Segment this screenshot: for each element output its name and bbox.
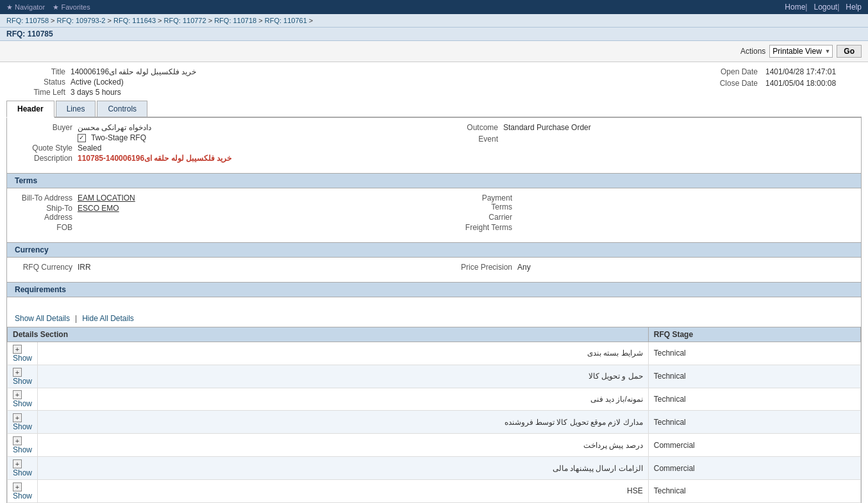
current-rfq-label: RFQ: 110785 — [6, 29, 53, 38]
outcome-value: Standard Purchase Order — [503, 123, 591, 132]
tab-header[interactable]: Header — [6, 101, 54, 118]
go-button[interactable]: Go — [837, 45, 862, 58]
currency-header: Currency — [7, 242, 861, 258]
rfq-left-info: Title خرید فلکسیبل لوله حلقه ای140006196… — [13, 67, 434, 98]
rfq-stage-header: RFQ Stage — [648, 327, 860, 342]
price-precision-value: Any — [517, 263, 531, 272]
price-precision-label: Price Precision — [460, 263, 517, 272]
details-description-3: مدارك لازم موقع تحویل كالا توسط فروشنده — [38, 411, 649, 434]
details-row: + Show نمونه/باز دید فنی Technical — [8, 388, 861, 411]
show-all-details-link[interactable]: Show All Details — [15, 314, 70, 323]
tabs: Header Lines Controls — [6, 101, 862, 118]
ship-to-value[interactable]: ESCO EMO — [78, 204, 119, 222]
details-stage-4: Commercial — [648, 434, 860, 457]
breadcrumb: RFQ: 110758 > RFQ: 109793-2 > RFQ: 11164… — [0, 14, 868, 28]
close-date-value: 1401/05/04 18:00:08 — [765, 79, 855, 88]
show-link-1[interactable]: Show — [13, 377, 32, 386]
details-row: + Show درصد پیش پرداخت Commercial — [8, 434, 861, 457]
details-table: Details Section RFQ Stage + Show شرایط ب… — [7, 327, 861, 503]
expand-icon-4[interactable]: + — [13, 436, 22, 445]
details-row: + Show شرایط بسته بندی Technical — [8, 342, 861, 365]
terms-header: Terms — [7, 173, 861, 188]
show-link-2[interactable]: Show — [13, 399, 32, 408]
printable-view-select[interactable]: Printable View — [769, 45, 833, 58]
printable-view-wrapper[interactable]: Printable View — [769, 45, 833, 58]
details-row: + Show HSE Technical — [8, 479, 861, 502]
outcome-label: Outcome — [460, 123, 498, 132]
details-row: + Show الزامات ارسال پیشنهاد مالی Commer… — [8, 457, 861, 480]
details-stage-5: Commercial — [648, 457, 860, 480]
hide-all-details-link[interactable]: Hide All Details — [82, 314, 134, 323]
freight-terms-label: Freight Terms — [460, 223, 517, 232]
breadcrumb-rfq-111643[interactable]: RFQ: 111643 — [113, 17, 156, 24]
bill-to-label: Bill-To Address — [20, 194, 78, 202]
breadcrumb-rfq-110718[interactable]: RFQ: 110718 — [214, 17, 256, 24]
status-label: Status — [13, 78, 71, 87]
expand-icon-6[interactable]: + — [13, 482, 22, 491]
open-date-value: 1401/04/28 17:47:01 — [765, 67, 855, 76]
details-stage-1: Technical — [648, 365, 860, 388]
expand-icon-3[interactable]: + — [13, 413, 22, 422]
details-row: + Show مدارك لازم موقع تحویل كالا توسط ف… — [8, 411, 861, 434]
tab-lines[interactable]: Lines — [56, 101, 96, 117]
buyer-label: Buyer — [20, 123, 78, 132]
terms-right: Payment Terms Carrier Freight Terms — [434, 194, 848, 233]
currency-grid: RFQ Currency IRR Price Precision Any — [7, 258, 861, 278]
expand-icon-2[interactable]: + — [13, 390, 22, 399]
logout-link[interactable]: Logout — [814, 3, 837, 12]
breadcrumb-rfq-110772[interactable]: RFQ: 110772 — [164, 17, 206, 24]
requirements-header: Requirements — [7, 282, 861, 297]
breadcrumb-rfq-109793-2[interactable]: RFQ: 109793-2 — [57, 17, 106, 24]
details-description-2: نمونه/باز دید فنی — [38, 388, 649, 411]
breadcrumb-rfq-110758[interactable]: RFQ: 110758 — [6, 17, 49, 24]
bill-to-value[interactable]: EAM LOCATION — [78, 194, 135, 202]
home-link[interactable]: Home — [785, 3, 805, 12]
details-row: + Show حمل و تحویل کالا Technical — [8, 365, 861, 388]
status-value: Active (Locked) — [71, 78, 124, 87]
details-description-5: الزامات ارسال پیشنهاد مالی — [38, 457, 649, 480]
details-section-header: Details Section — [8, 327, 649, 342]
terms-grid: Bill-To Address EAM LOCATION Ship-To Add… — [7, 188, 861, 238]
expand-icon-5[interactable]: + — [13, 459, 22, 468]
actions-label: Actions — [740, 47, 765, 56]
rfq-currency-label: RFQ Currency — [20, 263, 78, 272]
expand-icon-1[interactable]: + — [13, 368, 22, 377]
expand-icon-0[interactable]: + — [13, 345, 22, 354]
time-left-value: 3 days 5 hours — [71, 88, 121, 97]
requirements-content — [7, 297, 861, 310]
details-stage-3: Technical — [648, 411, 860, 434]
details-description-4: درصد پیش پرداخت — [38, 434, 649, 457]
title-value: خرید فلکسیبل لوله حلقه ای140006196 — [71, 67, 196, 76]
fob-label: FOB — [20, 223, 78, 232]
details-stage-2: Technical — [648, 388, 860, 411]
two-stage-rfq: Two-Stage RFQ — [78, 133, 146, 142]
top-nav: ★ Navigator ★ Favorites Home | Logout | … — [0, 0, 868, 14]
show-link-3[interactable]: Show — [13, 422, 32, 431]
buyer-col: Buyer دادخواه تهرانکی محسن Two-Stage RFQ… — [20, 123, 434, 164]
rfq-right-info: Open Date 1401/04/28 17:47:01 Close Date… — [434, 67, 855, 98]
terms-left: Bill-To Address EAM LOCATION Ship-To Add… — [20, 194, 434, 233]
payment-terms-label: Payment Terms — [460, 194, 517, 211]
breadcrumb-rfq-110761[interactable]: RFQ: 110761 — [265, 17, 307, 24]
tab-controls[interactable]: Controls — [97, 101, 147, 117]
carrier-label: Carrier — [460, 213, 517, 222]
ship-to-label: Ship-To Address — [20, 204, 78, 222]
help-link[interactable]: Help — [846, 3, 862, 12]
nav-icons: ★ Navigator ★ Favorites — [6, 3, 90, 12]
show-link-6[interactable]: Show — [13, 491, 32, 500]
details-description-6: HSE — [38, 479, 649, 502]
navigator-link[interactable]: Navigator — [15, 3, 45, 11]
details-stage-0: Technical — [648, 342, 860, 365]
show-link-5[interactable]: Show — [13, 468, 32, 477]
show-link-0[interactable]: Show — [13, 354, 32, 363]
details-separator: | — [75, 314, 77, 323]
description-label: Description — [20, 154, 78, 163]
rfq-currency-value: IRR — [78, 263, 91, 272]
details-description-1: حمل و تحویل کالا — [38, 365, 649, 388]
two-stage-label: Two-Stage RFQ — [91, 133, 146, 142]
quote-style-value: Sealed — [78, 144, 101, 153]
details-links: Show All Details | Hide All Details — [7, 310, 861, 327]
buyer-value: دادخواه تهرانکی محسن — [78, 123, 151, 132]
favorites-link[interactable]: Favorites — [61, 3, 90, 11]
show-link-4[interactable]: Show — [13, 445, 32, 454]
